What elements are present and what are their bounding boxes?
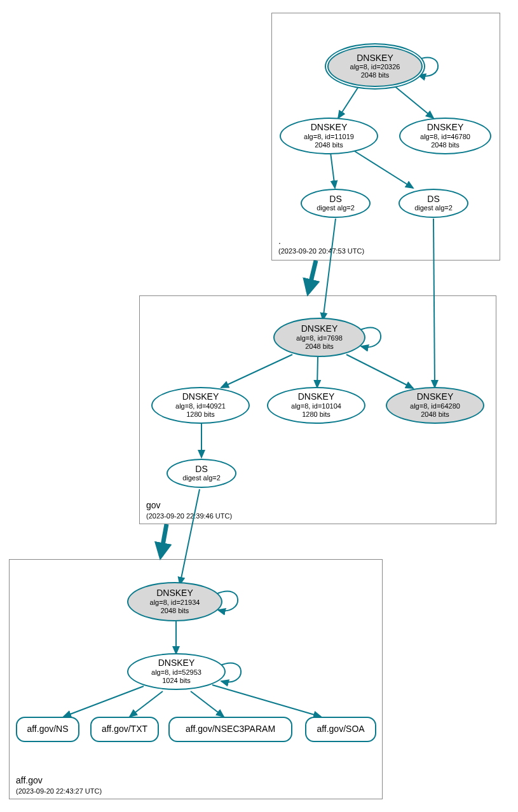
ds-gov: DS digest alg=2 xyxy=(167,459,236,488)
node-sub1: alg=8, id=64280 xyxy=(410,402,460,410)
node-sub1: digest alg=2 xyxy=(317,204,355,212)
node-sub2: 2048 bits xyxy=(315,141,343,149)
node-sub2: 1024 bits xyxy=(162,677,191,685)
node-title: aff.gov/NSEC3PARAM xyxy=(186,724,275,734)
ds-root-2: DS digest alg=2 xyxy=(399,189,468,218)
node-title: aff.gov/NS xyxy=(27,724,68,734)
node-sub1: digest alg=2 xyxy=(182,474,221,482)
zone-root-time: (2023-09-20 20:47:53 UTC) xyxy=(278,247,364,255)
node-sub2: 2048 bits xyxy=(161,607,189,615)
zone-gov-time: (2023-09-20 22:39:46 UTC) xyxy=(146,512,232,520)
node-sub1: alg=8, id=52953 xyxy=(151,668,201,677)
dnskey-root-zsk1: DNSKEY alg=8, id=11019 2048 bits xyxy=(280,118,378,154)
dnskey-gov-ksk: DNSKEY alg=8, id=7698 2048 bits xyxy=(273,318,365,357)
node-title: DNSKEY xyxy=(156,588,193,598)
node-sub2: 2048 bits xyxy=(305,342,334,351)
node-sub2: 1280 bits xyxy=(302,410,331,419)
rr-txt: aff.gov/TXT xyxy=(90,717,159,742)
node-title: DNSKEY xyxy=(417,392,454,402)
node-sub2: 1280 bits xyxy=(186,410,215,419)
node-sub2: 2048 bits xyxy=(361,71,390,79)
zone-root-label: . xyxy=(278,236,281,246)
node-sub1: alg=8, id=46780 xyxy=(420,133,470,141)
node-sub2: 2048 bits xyxy=(421,410,449,419)
node-title: DNSKEY xyxy=(311,123,348,132)
rr-soa: aff.gov/SOA xyxy=(305,717,376,742)
zone-gov-label: gov xyxy=(146,500,161,510)
node-title: DS xyxy=(427,194,439,204)
node-sub1: alg=8, id=10104 xyxy=(291,402,341,410)
ds-root-1: DS digest alg=2 xyxy=(301,189,371,218)
node-title: DNSKEY xyxy=(158,658,195,668)
node-title: DNSKEY xyxy=(298,392,335,402)
node-sub1: alg=8, id=40921 xyxy=(175,402,226,410)
dnskey-gov-zsk2: DNSKEY alg=8, id=10104 1280 bits xyxy=(267,387,365,424)
rr-ns: aff.gov/NS xyxy=(16,717,79,742)
node-sub1: digest alg=2 xyxy=(414,204,453,212)
node-sub1: alg=8, id=20326 xyxy=(350,63,400,71)
dnskey-root-zsk2: DNSKEY alg=8, id=46780 2048 bits xyxy=(399,118,491,154)
node-title: DS xyxy=(329,194,341,204)
node-title: aff.gov/TXT xyxy=(102,724,147,734)
node-title: DNSKEY xyxy=(182,392,219,402)
node-sub1: alg=8, id=21934 xyxy=(150,599,200,607)
rr-nsec3param: aff.gov/NSEC3PARAM xyxy=(168,717,292,742)
dnskey-aff-ksk: DNSKEY alg=8, id=21934 2048 bits xyxy=(127,582,222,621)
node-title: DNSKEY xyxy=(427,123,464,132)
dnskey-root-ksk: DNSKEY alg=8, id=20326 2048 bits xyxy=(327,46,423,87)
dnskey-aff-zsk: DNSKEY alg=8, id=52953 1024 bits xyxy=(127,653,226,690)
node-title: DNSKEY xyxy=(301,324,338,334)
zone-aff-time: (2023-09-20 22:43:27 UTC) xyxy=(16,787,102,795)
node-sub2: 2048 bits xyxy=(431,141,460,149)
zone-aff-label: aff.gov xyxy=(16,775,43,785)
dnskey-gov-zsk3: DNSKEY alg=8, id=64280 2048 bits xyxy=(386,387,484,424)
node-sub1: alg=8, id=11019 xyxy=(304,133,354,141)
node-sub1: alg=8, id=7698 xyxy=(296,334,343,342)
dnskey-gov-zsk1: DNSKEY alg=8, id=40921 1280 bits xyxy=(151,387,250,424)
node-title: aff.gov/SOA xyxy=(317,724,364,734)
node-title: DNSKEY xyxy=(357,53,393,63)
node-title: DS xyxy=(195,464,207,474)
